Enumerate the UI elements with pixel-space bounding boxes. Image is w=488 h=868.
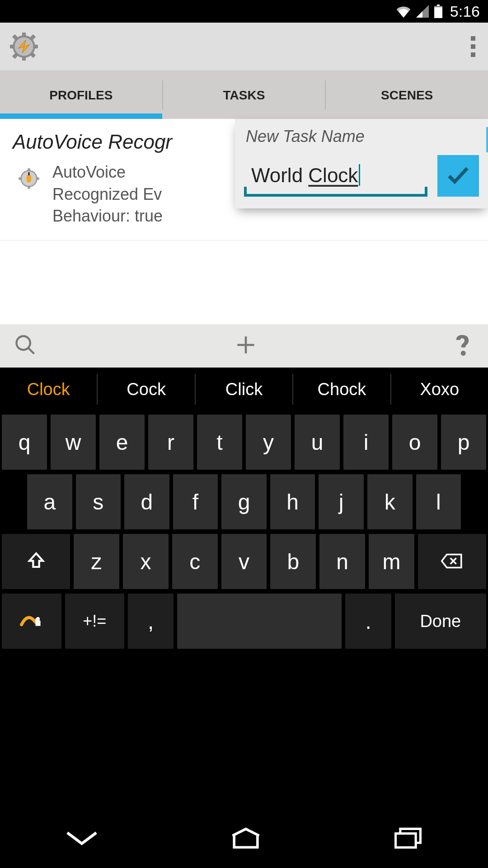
backspace-icon bbox=[441, 549, 463, 574]
key-y[interactable]: y bbox=[246, 415, 291, 470]
svg-point-26 bbox=[36, 617, 40, 620]
svg-rect-5 bbox=[22, 56, 26, 61]
task-name-input[interactable]: World Clock bbox=[244, 164, 427, 197]
key-o[interactable]: o bbox=[392, 415, 437, 470]
key-k[interactable]: k bbox=[367, 474, 413, 529]
keyboard-row: q w e r t y u i o p bbox=[2, 415, 486, 470]
key-comma[interactable]: , bbox=[128, 594, 174, 649]
tab-label: PROFILES bbox=[49, 88, 113, 103]
suggestion[interactable]: Xoxo bbox=[391, 368, 488, 411]
svg-rect-16 bbox=[36, 177, 39, 179]
cellular-icon bbox=[416, 5, 429, 18]
key-c[interactable]: c bbox=[172, 534, 218, 589]
key-shift[interactable] bbox=[2, 534, 70, 589]
confirm-button[interactable] bbox=[437, 155, 479, 197]
keyboard: Clock Cock Click Chock Xoxo q w e r t y … bbox=[0, 368, 488, 653]
nav-recent-icon[interactable] bbox=[392, 827, 424, 851]
input-text: World bbox=[251, 164, 308, 186]
clock-time: 5:16 bbox=[450, 3, 480, 20]
app-header bbox=[0, 23, 488, 71]
key-v[interactable]: v bbox=[221, 534, 267, 589]
svg-rect-27 bbox=[395, 834, 416, 848]
action-bar bbox=[0, 324, 488, 368]
svg-rect-13 bbox=[28, 168, 30, 171]
status-bar: 5:16 bbox=[0, 0, 488, 23]
input-text: Clock bbox=[308, 164, 358, 186]
key-d[interactable]: d bbox=[124, 474, 169, 529]
suggestion-row: Clock Cock Click Chock Xoxo bbox=[0, 368, 488, 411]
key-b[interactable]: b bbox=[270, 534, 316, 589]
svg-rect-2 bbox=[434, 7, 442, 18]
key-backspace[interactable] bbox=[418, 534, 486, 589]
svg-rect-14 bbox=[28, 186, 30, 189]
help-icon[interactable] bbox=[455, 332, 474, 359]
nav-home-icon[interactable] bbox=[228, 827, 264, 851]
svg-rect-6 bbox=[10, 45, 14, 48]
spacer bbox=[0, 653, 488, 810]
key-j[interactable]: j bbox=[319, 474, 364, 529]
tab-scenes[interactable]: SCENES bbox=[326, 71, 488, 119]
suggestion[interactable]: Clock bbox=[0, 368, 97, 411]
suggestion[interactable]: Chock bbox=[293, 368, 390, 411]
key-q[interactable]: q bbox=[2, 415, 47, 470]
key-space[interactable] bbox=[177, 594, 342, 649]
shift-icon bbox=[27, 549, 45, 574]
key-u[interactable]: u bbox=[295, 415, 340, 470]
key-done[interactable]: Done bbox=[395, 594, 486, 649]
key-x[interactable]: x bbox=[123, 534, 169, 589]
key-z[interactable]: z bbox=[74, 534, 119, 589]
key-h[interactable]: h bbox=[270, 474, 315, 529]
text-line: Behaviour: true bbox=[52, 205, 163, 227]
overflow-menu-icon[interactable] bbox=[467, 33, 479, 61]
key-s[interactable]: s bbox=[76, 474, 121, 529]
new-task-dialog: New Task Name World Clock bbox=[235, 119, 488, 208]
keyboard-row: z x c v b n m bbox=[2, 534, 486, 589]
key-period[interactable]: . bbox=[345, 594, 391, 649]
add-icon[interactable] bbox=[233, 332, 258, 359]
tasker-logo-icon bbox=[9, 32, 39, 61]
svg-rect-4 bbox=[22, 33, 26, 37]
key-t[interactable]: t bbox=[197, 415, 242, 470]
battery-icon bbox=[434, 5, 443, 18]
key-a[interactable]: a bbox=[27, 474, 72, 529]
key-i[interactable]: i bbox=[343, 415, 389, 470]
tabs: PROFILES TASKS SCENES bbox=[0, 71, 488, 119]
suggestion[interactable]: Cock bbox=[98, 368, 194, 411]
key-r[interactable]: r bbox=[148, 415, 193, 470]
text-line: AutoVoice bbox=[52, 161, 163, 184]
tab-profiles[interactable]: PROFILES bbox=[0, 71, 162, 119]
key-w[interactable]: w bbox=[51, 415, 96, 470]
swype-icon bbox=[19, 609, 44, 634]
keyboard-row: +!= , . Done bbox=[2, 594, 486, 649]
profile-item-text: AutoVoice Recognized Ev Behaviour: true bbox=[52, 161, 163, 227]
svg-rect-0 bbox=[437, 5, 440, 6]
svg-rect-7 bbox=[33, 45, 38, 48]
wifi-icon bbox=[396, 5, 411, 18]
svg-rect-17 bbox=[27, 175, 32, 183]
key-f[interactable]: f bbox=[173, 474, 218, 529]
key-g[interactable]: g bbox=[221, 474, 267, 529]
check-icon bbox=[445, 161, 472, 190]
search-icon[interactable] bbox=[14, 333, 37, 359]
svg-line-20 bbox=[28, 348, 34, 354]
key-symbols[interactable]: +!= bbox=[65, 594, 125, 649]
dialog-title: New Task Name bbox=[246, 127, 479, 146]
text-cursor bbox=[359, 164, 360, 186]
key-swype[interactable] bbox=[2, 594, 61, 649]
svg-rect-15 bbox=[19, 177, 22, 179]
keyboard-row: a s d f g h j k l bbox=[2, 474, 486, 529]
tab-label: SCENES bbox=[381, 88, 433, 103]
key-p[interactable]: p bbox=[441, 415, 486, 470]
key-l[interactable]: l bbox=[416, 474, 461, 529]
key-m[interactable]: m bbox=[369, 534, 414, 589]
svg-point-23 bbox=[461, 351, 466, 356]
tab-label: TASKS bbox=[223, 88, 265, 103]
tab-tasks[interactable]: TASKS bbox=[163, 71, 325, 119]
content-area: AutoVoice Recogr AutoVoice Recognized Ev… bbox=[0, 119, 488, 368]
suggestion[interactable]: Click bbox=[196, 368, 292, 411]
key-n[interactable]: n bbox=[319, 534, 365, 589]
key-e[interactable]: e bbox=[99, 415, 145, 470]
nav-back-icon[interactable] bbox=[64, 829, 100, 849]
navigation-bar bbox=[0, 810, 488, 868]
text-line: Recognized Ev bbox=[52, 184, 163, 206]
